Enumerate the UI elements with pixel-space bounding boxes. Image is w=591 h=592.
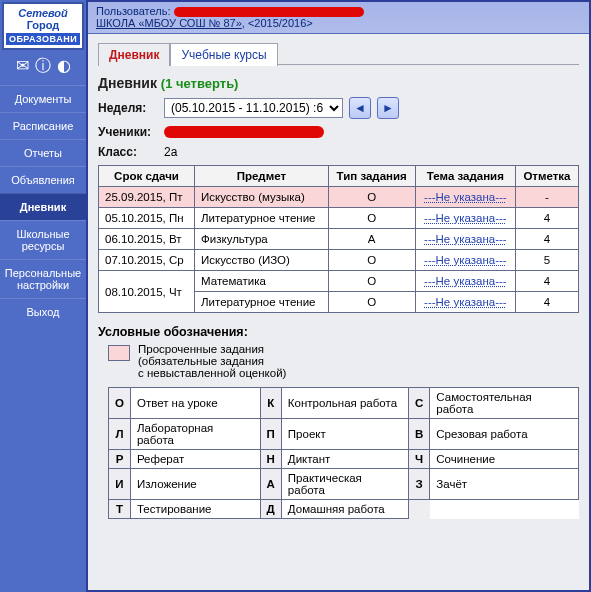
- sidebar-item-7[interactable]: Выход: [0, 298, 86, 325]
- abbr-key: С: [409, 388, 430, 419]
- mail-icon[interactable]: ✉: [16, 56, 29, 77]
- abbr-key: В: [409, 419, 430, 450]
- sidebar-item-0[interactable]: Документы: [0, 85, 86, 112]
- abbr-val: Диктант: [281, 450, 408, 469]
- col-header: Отметка: [515, 166, 578, 187]
- class-value: 2а: [164, 145, 177, 159]
- page-title: Дневник (1 четверть): [98, 75, 579, 91]
- abbr-val: [430, 500, 579, 519]
- abbr-val: Лабораторная работа: [130, 419, 260, 450]
- table-row: 25.09.2015, ПтИскусство (музыка)О---Не у…: [99, 187, 579, 208]
- sidebar-item-1[interactable]: Расписание: [0, 112, 86, 139]
- abbr-val: Срезовая работа: [430, 419, 579, 450]
- tabs: ДневникУчебные курсы: [98, 42, 579, 65]
- table-row: 08.10.2015, ЧтМатематикаО---Не указана--…: [99, 271, 579, 292]
- abbr-val: Ответ на уроке: [130, 388, 260, 419]
- school-link[interactable]: ШКОЛА «МБОУ СОШ № 87»: [96, 17, 242, 29]
- topic-link[interactable]: ---Не указана---: [424, 275, 507, 287]
- cell-type: О: [328, 271, 415, 292]
- tab-1[interactable]: Учебные курсы: [170, 43, 277, 66]
- cell-topic: ---Не указана---: [415, 292, 515, 313]
- abbr-val: Тестирование: [130, 500, 260, 519]
- abbr-val: Контрольная работа: [281, 388, 408, 419]
- diary-table: Срок сдачиПредметТип заданияТема задания…: [98, 165, 579, 313]
- topic-link[interactable]: ---Не указана---: [424, 296, 507, 308]
- header-bar: Пользователь: ШКОЛА «МБОУ СОШ № 87», <20…: [88, 2, 589, 34]
- table-row: 06.10.2015, ВтФизкультураА---Не указана-…: [99, 229, 579, 250]
- abbr-key: А: [260, 469, 281, 500]
- week-label: Неделя:: [98, 101, 158, 115]
- abbr-table: ООтвет на урокеККонтрольная работаССамос…: [108, 387, 579, 519]
- cell-subject: Искусство (музыка): [195, 187, 329, 208]
- cell-mark: 4: [515, 271, 578, 292]
- cell-type: О: [328, 292, 415, 313]
- week-prev-button[interactable]: ◄: [349, 97, 371, 119]
- abbr-val: Практическая работа: [281, 469, 408, 500]
- legend-overdue: Просроченные задания (обязательные задан…: [98, 343, 579, 379]
- school-year: <2015/2016>: [248, 17, 313, 29]
- sidebar-item-3[interactable]: Объявления: [0, 166, 86, 193]
- cell-topic: ---Не указана---: [415, 187, 515, 208]
- cell-topic: ---Не указана---: [415, 208, 515, 229]
- col-header: Предмет: [195, 166, 329, 187]
- cell-type: О: [328, 250, 415, 271]
- abbr-val: Реферат: [130, 450, 260, 469]
- cell-mark: 5: [515, 250, 578, 271]
- cell-date: 25.09.2015, Пт: [99, 187, 195, 208]
- cell-date: 05.10.2015, Пн: [99, 208, 195, 229]
- main-panel: Пользователь: ШКОЛА «МБОУ СОШ № 87», <20…: [86, 0, 591, 592]
- abbr-key: Д: [260, 500, 281, 519]
- abbr-key: Р: [109, 450, 131, 469]
- cell-subject: Литературное чтение: [195, 208, 329, 229]
- app-logo: Сетевой Город ОБРАЗОВАНИ: [2, 2, 84, 50]
- misc-icon[interactable]: ◐: [57, 56, 71, 77]
- abbr-key: К: [260, 388, 281, 419]
- cell-type: О: [328, 208, 415, 229]
- abbr-val: Зачёт: [430, 469, 579, 500]
- cell-mark: 4: [515, 208, 578, 229]
- abbr-val: Самостоятельная работа: [430, 388, 579, 419]
- cell-mark: -: [515, 187, 578, 208]
- col-header: Срок сдачи: [99, 166, 195, 187]
- cell-date: 07.10.2015, Ср: [99, 250, 195, 271]
- abbr-key: Ч: [409, 450, 430, 469]
- abbr-key: Л: [109, 419, 131, 450]
- user-label: Пользователь:: [96, 5, 170, 17]
- tab-0[interactable]: Дневник: [98, 43, 170, 66]
- col-header: Тип задания: [328, 166, 415, 187]
- abbr-key: З: [409, 469, 430, 500]
- cell-subject: Литературное чтение: [195, 292, 329, 313]
- cell-date: 06.10.2015, Вт: [99, 229, 195, 250]
- sidebar-item-4[interactable]: Дневник: [0, 193, 86, 220]
- abbr-key: Т: [109, 500, 131, 519]
- abbr-val: Проект: [281, 419, 408, 450]
- cell-mark: 4: [515, 229, 578, 250]
- abbr-key: Н: [260, 450, 281, 469]
- info-icon[interactable]: ⓘ: [35, 56, 51, 77]
- cell-topic: ---Не указана---: [415, 271, 515, 292]
- sidebar: Сетевой Город ОБРАЗОВАНИ ✉ ⓘ ◐ Документы…: [0, 0, 86, 592]
- abbr-val: Изложение: [130, 469, 260, 500]
- topic-link[interactable]: ---Не указана---: [424, 212, 507, 224]
- class-label: Класс:: [98, 145, 158, 159]
- legend-title: Условные обозначения:: [98, 325, 579, 339]
- table-row: 07.10.2015, СрИскусство (ИЗО)О---Не указ…: [99, 250, 579, 271]
- week-select[interactable]: (05.10.2015 - 11.10.2015) :6: [164, 98, 343, 118]
- abbr-val: Домашняя работа: [281, 500, 408, 519]
- cell-date: 08.10.2015, Чт: [99, 271, 195, 313]
- topic-link[interactable]: ---Не указана---: [424, 233, 507, 245]
- col-header: Тема задания: [415, 166, 515, 187]
- abbr-key: О: [109, 388, 131, 419]
- sidebar-item-6[interactable]: Персональные настройки: [0, 259, 86, 298]
- abbr-key: П: [260, 419, 281, 450]
- cell-topic: ---Не указана---: [415, 229, 515, 250]
- sidebar-item-5[interactable]: Школьные ресурсы: [0, 220, 86, 259]
- cell-subject: Физкультура: [195, 229, 329, 250]
- user-redacted: [174, 7, 364, 17]
- cell-type: О: [328, 187, 415, 208]
- abbr-key: И: [109, 469, 131, 500]
- topic-link[interactable]: ---Не указана---: [424, 254, 507, 266]
- sidebar-item-2[interactable]: Отчеты: [0, 139, 86, 166]
- week-next-button[interactable]: ►: [377, 97, 399, 119]
- topic-link[interactable]: ---Не указана---: [424, 191, 507, 203]
